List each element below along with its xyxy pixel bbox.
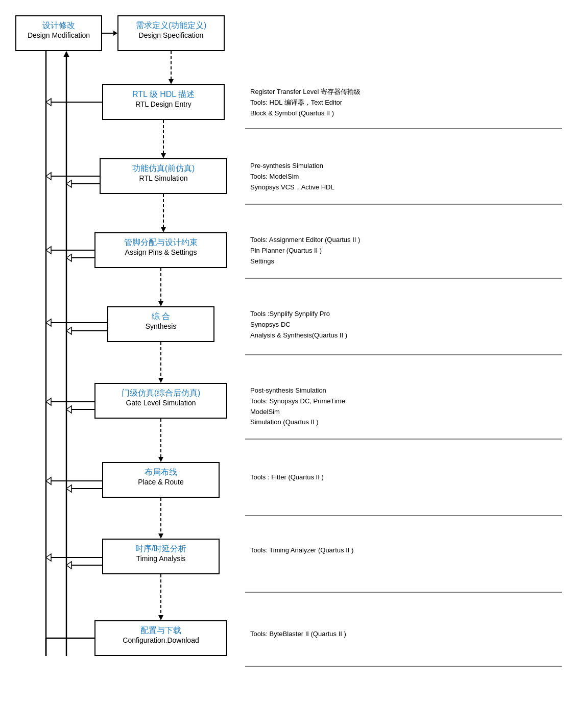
rtl-simulation-chinese: 功能仿真(前仿真) bbox=[106, 163, 221, 174]
synthesis-box: 综 合 Synthesis bbox=[107, 306, 214, 342]
annotation-rtl-sim-line3: Synopsys VCS，Active HDL bbox=[250, 182, 557, 193]
rtl-simulation-english: RTL Simulation bbox=[106, 174, 221, 182]
annotation-rtl-line1: Register Transfer Level 寄存器传输级 bbox=[250, 87, 557, 98]
svg-marker-24 bbox=[46, 173, 51, 180]
svg-marker-22 bbox=[46, 99, 51, 106]
design-specification-english: Design Specification bbox=[124, 31, 219, 39]
annotation-rtl-line3: Block & Symbol (Quartus II ) bbox=[250, 108, 557, 119]
svg-marker-11 bbox=[158, 457, 163, 462]
annotation-rtl: Register Transfer Level 寄存器传输级 Tools: HD… bbox=[250, 87, 557, 118]
gate-level-simulation-english: Gate Level Simulation bbox=[101, 399, 221, 407]
svg-marker-32 bbox=[46, 477, 51, 484]
svg-marker-49 bbox=[66, 562, 71, 569]
annotation-assign: Tools: Assignment Editor (Quartus II ) P… bbox=[250, 235, 557, 266]
svg-marker-28 bbox=[46, 319, 51, 326]
annotation-gate-line2: Tools: Synopsys DC, PrimeTime bbox=[250, 396, 557, 407]
timing-analysis-chinese: 时序/时延分析 bbox=[108, 544, 213, 554]
synthesis-chinese: 综 合 bbox=[113, 311, 208, 322]
svg-marker-43 bbox=[66, 327, 71, 334]
svg-marker-26 bbox=[46, 247, 51, 254]
svg-marker-1 bbox=[169, 79, 174, 84]
rtl-design-entry-chinese: RTL 级 HDL 描述 bbox=[108, 89, 219, 100]
annotation-config: Tools: ByteBlaster II (Quartus II ) bbox=[250, 629, 557, 640]
annotation-gate-line3: ModelSim bbox=[250, 407, 557, 418]
annotation-timing-line1: Tools: Timing Analyzer (Quartus II ) bbox=[250, 545, 557, 556]
synthesis-english: Synthesis bbox=[113, 322, 208, 330]
annotation-config-line1: Tools: ByteBlaster II (Quartus II ) bbox=[250, 629, 557, 640]
place-route-english: Place & Route bbox=[108, 478, 213, 486]
annotation-rtl-sim-line1: Pre-synthesis Simulation bbox=[250, 161, 557, 172]
gate-level-simulation-box: 门级仿真(综合后仿真) Gate Level Simulation bbox=[94, 383, 227, 419]
annotation-timing: Tools: Timing Analyzer (Quartus II ) bbox=[250, 545, 557, 556]
annotation-assign-line2: Pin Planner (Quartus II ) bbox=[250, 246, 557, 256]
annotation-synthesis-line1: Tools :Synplify Synplify Pro bbox=[250, 309, 557, 320]
configuration-download-english: Configuration.Download bbox=[101, 636, 221, 644]
assign-pins-chinese: 管脚分配与设计约束 bbox=[101, 237, 221, 248]
diagram-container: 设计修改 Design Modification 需求定义(功能定义) Desi… bbox=[0, 0, 575, 728]
svg-marker-9 bbox=[158, 378, 163, 383]
design-specification-box: 需求定义(功能定义) Design Specification bbox=[117, 15, 225, 51]
svg-marker-45 bbox=[66, 406, 71, 413]
svg-marker-41 bbox=[66, 254, 71, 261]
design-specification-chinese: 需求定义(功能定义) bbox=[124, 20, 219, 31]
gate-level-simulation-chinese: 门级仿真(综合后仿真) bbox=[101, 388, 221, 399]
timing-analysis-english: Timing Analysis bbox=[108, 554, 213, 563]
annotation-rtl-line2: Tools: HDL 编译器，Text Editor bbox=[250, 98, 557, 108]
rtl-design-entry-english: RTL Design Entry bbox=[108, 100, 219, 108]
rtl-design-entry-box: RTL 级 HDL 描述 RTL Design Entry bbox=[102, 84, 225, 120]
configuration-download-chinese: 配置与下载 bbox=[101, 625, 221, 636]
svg-marker-34 bbox=[46, 554, 51, 561]
place-route-chinese: 布局布线 bbox=[108, 467, 213, 478]
design-modification-chinese: 设计修改 bbox=[21, 20, 96, 31]
design-modification-box: 设计修改 Design Modification bbox=[15, 15, 102, 51]
assign-pins-english: Assign Pins & Settings bbox=[101, 248, 221, 256]
rtl-simulation-box: 功能仿真(前仿真) RTL Simulation bbox=[100, 158, 227, 194]
assign-pins-box: 管脚分配与设计约束 Assign Pins & Settings bbox=[94, 232, 227, 268]
place-route-box: 布局布线 Place & Route bbox=[102, 462, 220, 498]
svg-marker-17 bbox=[113, 31, 117, 36]
annotation-place: Tools : Fitter (Quartus II ) bbox=[250, 472, 557, 483]
svg-marker-47 bbox=[66, 485, 71, 492]
annotation-gate: Post-synthesis Simulation Tools: Synopsy… bbox=[250, 385, 557, 428]
annotation-rtl-sim: Pre-synthesis Simulation Tools: ModelSim… bbox=[250, 161, 557, 192]
svg-marker-3 bbox=[161, 153, 166, 158]
annotation-synthesis-line3: Analysis & Synthesis(Quartus II ) bbox=[250, 330, 557, 341]
svg-marker-13 bbox=[158, 533, 163, 539]
timing-analysis-box: 时序/时延分析 Timing Analysis bbox=[102, 539, 220, 574]
configuration-download-box: 配置与下载 Configuration.Download bbox=[94, 620, 227, 656]
svg-marker-5 bbox=[161, 227, 166, 232]
annotation-assign-line3: Settings bbox=[250, 256, 557, 267]
annotation-synthesis: Tools :Synplify Synplify Pro Synopsys DC… bbox=[250, 309, 557, 341]
annotation-assign-line1: Tools: Assignment Editor (Quartus II ) bbox=[250, 235, 557, 246]
annotation-place-line1: Tools : Fitter (Quartus II ) bbox=[250, 472, 557, 483]
annotation-gate-line1: Post-synthesis Simulation bbox=[250, 385, 557, 396]
design-modification-english: Design Modification bbox=[21, 31, 96, 39]
svg-marker-7 bbox=[158, 301, 163, 306]
svg-marker-39 bbox=[66, 180, 71, 187]
svg-marker-15 bbox=[158, 615, 163, 620]
svg-marker-30 bbox=[46, 398, 51, 405]
annotation-synthesis-line2: Synopsys DC bbox=[250, 320, 557, 330]
svg-marker-37 bbox=[63, 51, 69, 57]
annotation-gate-line4: Simulation (Quartus II ) bbox=[250, 417, 557, 428]
annotation-rtl-sim-line2: Tools: ModelSim bbox=[250, 172, 557, 182]
